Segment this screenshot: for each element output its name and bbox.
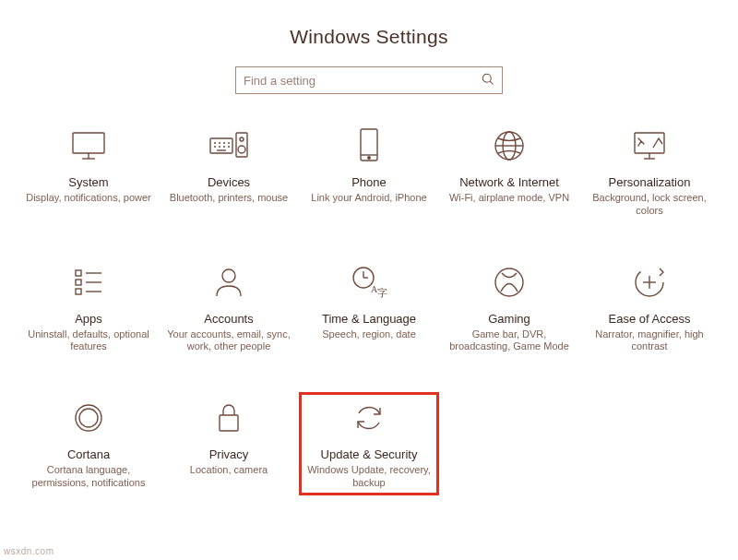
category-update-security[interactable]: Update & Security Windows Update, recove… — [299, 392, 439, 495]
category-title: Personalization — [609, 175, 691, 189]
category-title: Gaming — [488, 312, 530, 326]
category-title: System — [68, 175, 108, 189]
category-title: Update & Security — [321, 447, 418, 461]
category-desc: Link your Android, iPhone — [311, 192, 426, 205]
xbox-icon — [492, 260, 527, 304]
category-desc: Bluetooth, printers, mouse — [170, 192, 288, 205]
ease-of-access-icon — [632, 260, 667, 304]
svg-text:字: 字 — [377, 287, 387, 298]
category-title: Phone — [351, 175, 387, 189]
category-desc: Speech, region, date — [322, 328, 416, 341]
category-desc: Display, notifications, power — [26, 192, 151, 205]
keyboard-speaker-icon — [208, 124, 249, 168]
category-gaming[interactable]: Gaming Game bar, DVR, broadcasting, Game… — [439, 256, 579, 360]
page-title: Windows Settings — [0, 26, 738, 48]
category-desc: Uninstall, defaults, optional features — [26, 328, 151, 354]
clock-language-icon: A 字 — [351, 260, 387, 304]
svg-rect-30 — [76, 289, 81, 294]
svg-rect-28 — [76, 270, 81, 276]
svg-point-18 — [238, 146, 245, 153]
category-accounts[interactable]: Accounts Your accounts, email, sync, wor… — [159, 256, 299, 360]
phone-icon — [357, 124, 381, 168]
watermark: wsxdn.com — [4, 546, 54, 556]
category-desc: Background, lock screen, colors — [587, 192, 712, 218]
category-title: Network & Internet — [459, 175, 559, 189]
category-title: Ease of Access — [609, 312, 691, 326]
category-title: Privacy — [209, 447, 249, 461]
svg-rect-29 — [76, 280, 81, 285]
category-personalization[interactable]: Personalization Background, lock screen,… — [579, 120, 720, 223]
category-title: Time & Language — [322, 312, 416, 326]
category-ease-of-access[interactable]: Ease of Access Narrator, magnifier, high… — [579, 256, 720, 360]
category-desc: Narrator, magnifier, high contrast — [587, 328, 712, 354]
sync-icon — [351, 396, 387, 440]
svg-rect-19 — [361, 129, 377, 161]
category-desc: Location, camera — [190, 464, 268, 477]
svg-point-21 — [368, 157, 371, 160]
svg-point-34 — [222, 269, 235, 282]
svg-rect-45 — [220, 415, 238, 431]
category-title: Apps — [75, 312, 102, 326]
search-box[interactable] — [235, 66, 503, 94]
category-desc: Wi-Fi, airplane mode, VPN — [449, 192, 569, 205]
category-desc: Your accounts, email, sync, work, other … — [166, 328, 292, 354]
category-devices[interactable]: Devices Bluetooth, printers, mouse — [159, 120, 299, 223]
search-input[interactable] — [244, 74, 475, 88]
category-system[interactable]: System Display, notifications, power — [18, 120, 159, 223]
category-cortana[interactable]: Cortana Cortana language, permissions, n… — [18, 392, 159, 495]
category-phone[interactable]: Phone Link your Android, iPhone — [299, 120, 439, 223]
globe-icon — [492, 124, 527, 168]
category-privacy[interactable]: Privacy Location, camera — [159, 392, 299, 495]
category-title: Accounts — [204, 312, 253, 326]
lock-icon — [214, 396, 244, 440]
cortana-icon — [71, 396, 106, 440]
svg-point-40 — [495, 268, 523, 296]
list-icon — [72, 260, 105, 304]
category-desc: Windows Update, recovery, backup — [306, 464, 432, 490]
svg-point-0 — [482, 74, 491, 82]
category-desc: Cortana language, permissions, notificat… — [26, 464, 151, 490]
category-time-language[interactable]: A 字 Time & Language Speech, region, date — [299, 256, 439, 360]
category-title: Cortana — [67, 447, 110, 461]
svg-point-44 — [79, 409, 98, 427]
category-apps[interactable]: Apps Uninstall, defaults, optional featu… — [18, 256, 159, 360]
svg-point-17 — [240, 137, 244, 141]
search-icon — [481, 72, 494, 89]
svg-rect-3 — [73, 133, 104, 153]
svg-rect-25 — [635, 133, 664, 153]
display-icon — [69, 124, 108, 168]
svg-line-2 — [490, 81, 493, 84]
person-icon — [213, 260, 244, 304]
category-title: Devices — [208, 175, 250, 189]
category-desc: Game bar, DVR, broadcasting, Game Mode — [446, 328, 572, 354]
paint-icon — [631, 124, 668, 168]
category-network[interactable]: Network & Internet Wi-Fi, airplane mode,… — [439, 120, 579, 223]
